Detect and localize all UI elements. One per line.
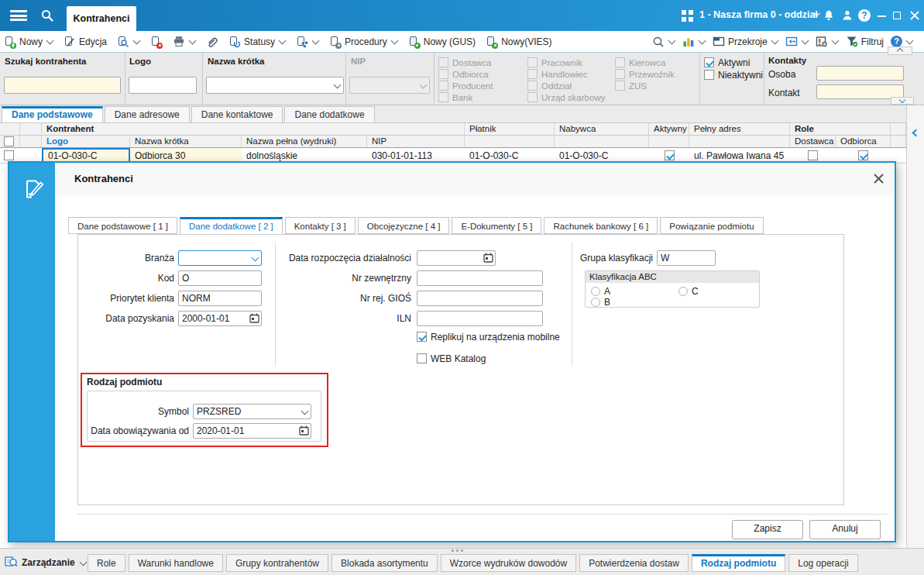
- col-header-nazwa-pelna[interactable]: Nazwa pełna (wydruki): [242, 136, 367, 148]
- chevron-down-icon[interactable]: [279, 37, 287, 45]
- chevron-down-icon[interactable]: [771, 37, 778, 45]
- col-header-nip[interactable]: NIP: [367, 136, 465, 148]
- radio-b[interactable]: B: [591, 297, 610, 307]
- cell-aktywny-checkbox[interactable]: [665, 150, 675, 160]
- edit-button[interactable]: Edycja: [64, 36, 107, 48]
- short-name-filter-select[interactable]: [206, 77, 344, 94]
- dialog-tab-powiazanie-podmiotu[interactable]: Powiązanie podmiotu: [660, 217, 763, 234]
- chevron-down-icon[interactable]: [831, 37, 839, 45]
- search-icon[interactable]: [40, 9, 54, 25]
- priorytet-input[interactable]: [178, 291, 262, 306]
- dialog-tab-obcojezyczne[interactable]: Obcojęzyczne [ 4 ]: [358, 217, 450, 234]
- tab-dane-dodatkowe[interactable]: Dane dodatkowe: [284, 106, 374, 122]
- bottom-tab-blokada-asortymentu[interactable]: Blokada asortymentu: [331, 554, 438, 572]
- col-header-odbiorca[interactable]: Odbiorca: [836, 136, 891, 148]
- nr-gios-input[interactable]: [417, 291, 543, 306]
- search-contractor-input[interactable]: [4, 77, 121, 94]
- collapse-panel-chevron-left-icon[interactable]: [912, 129, 920, 137]
- cancel-button[interactable]: Anuluj: [809, 520, 881, 539]
- kod-input[interactable]: [178, 270, 262, 286]
- dialog-tab-rachunek-bankowy[interactable]: Rachunek bankowy [ 6 ]: [544, 217, 658, 234]
- chevron-down-icon[interactable]: [133, 37, 141, 45]
- minimize-icon[interactable]: [878, 15, 886, 17]
- data-pozyskania-field[interactable]: [178, 311, 262, 326]
- preview-button[interactable]: [117, 36, 140, 48]
- col-header-nabywca[interactable]: Nabywca: [555, 123, 649, 136]
- data-obowiazywania-input[interactable]: [193, 423, 311, 439]
- management-menu[interactable]: Zarządzanie: [5, 555, 87, 570]
- nr-zewnetrzny-input[interactable]: [417, 270, 543, 286]
- new-vies-button[interactable]: Nowy(VIES): [486, 36, 551, 48]
- quick-search-button[interactable]: [652, 36, 675, 48]
- new-gus-button[interactable]: Nowy (GUS): [408, 36, 476, 48]
- bottom-tab-potwierdzenia-dostaw[interactable]: Potwierdzenia dostaw: [579, 554, 689, 572]
- attachment-button[interactable]: [206, 36, 218, 48]
- osoba-input[interactable]: [816, 66, 904, 81]
- aktywni-checkbox[interactable]: Aktywni: [704, 57, 750, 67]
- branza-select[interactable]: [178, 250, 262, 266]
- bottom-tab-role[interactable]: Role: [88, 554, 125, 572]
- col-header-aktywny[interactable]: Aktywny: [649, 123, 689, 136]
- help-icon[interactable]: ?: [858, 9, 871, 22]
- dialog-tab-e-dokumenty[interactable]: E-Dokumenty [ 5 ]: [452, 217, 541, 234]
- dialog-tab-kontakty[interactable]: Kontakty [ 3 ]: [285, 217, 356, 234]
- close-icon[interactable]: [910, 11, 919, 22]
- tab-dane-adresowe[interactable]: Dane adresowe: [105, 106, 190, 122]
- new-button[interactable]: Nowy: [4, 36, 53, 48]
- col-header-pelny-adres[interactable]: Pełny adres: [689, 123, 790, 136]
- print-button[interactable]: [173, 36, 196, 48]
- contact-status-button[interactable]: [296, 36, 319, 48]
- row-checkbox[interactable]: [4, 150, 14, 160]
- dialog-tab-dane-podstawowe[interactable]: Dane podstawowe [ 1 ]: [68, 217, 177, 234]
- expand-filter-button[interactable]: [891, 97, 914, 105]
- filter-button[interactable]: Filtruj: [846, 36, 884, 48]
- bottom-tab-log-operacji[interactable]: Log operacji: [788, 554, 857, 572]
- statuses-button[interactable]: Statusy: [228, 36, 286, 48]
- data-obowiazywania-field[interactable]: [193, 423, 311, 439]
- procedures-button[interactable]: Procedury: [329, 36, 398, 48]
- splitter-handle[interactable]: [452, 549, 463, 552]
- symbol-select[interactable]: PRZSRED: [193, 404, 311, 419]
- iln-input[interactable]: [417, 311, 543, 326]
- chevron-down-icon[interactable]: [668, 37, 676, 45]
- chevron-down-icon[interactable]: [906, 37, 914, 45]
- radio-c[interactable]: C: [678, 286, 699, 296]
- nieaktywni-checkbox[interactable]: Nieaktywni: [704, 70, 763, 80]
- save-button[interactable]: Zapisz: [732, 520, 803, 539]
- toolbar-help-button[interactable]: ?: [891, 36, 913, 47]
- sections-button[interactable]: Przekroje: [713, 36, 778, 48]
- cell-odbiorca-checkbox[interactable]: [858, 150, 868, 160]
- bottom-tab-wzorce-wydrukow[interactable]: Wzorce wydruków dowodów: [441, 554, 576, 572]
- delete-button[interactable]: [150, 36, 163, 48]
- col-header-dostawca[interactable]: Dostawca: [790, 136, 836, 148]
- dialog-tab-dane-dodatkowe[interactable]: Dane dodatkowe [ 2 ]: [180, 217, 283, 234]
- close-icon[interactable]: [873, 173, 884, 187]
- user-icon[interactable]: [841, 9, 854, 24]
- chevron-down-icon[interactable]: [189, 37, 197, 45]
- collapse-filter-button[interactable]: [888, 46, 912, 55]
- col-header-nazwa-krotka[interactable]: Nazwa krótka: [130, 136, 242, 148]
- logo-filter-input[interactable]: [129, 77, 197, 94]
- web-katalog-checkbox[interactable]: WEB Katalog: [417, 353, 486, 363]
- window-tab-kontrahenci[interactable]: Kontrahenci: [67, 6, 136, 31]
- dock-panel-button[interactable]: [785, 36, 809, 48]
- col-header-platnik[interactable]: Płatnik: [465, 123, 555, 136]
- grupa-klasyfikacji-input[interactable]: [657, 250, 716, 266]
- apps-grid-icon[interactable]: [682, 10, 693, 24]
- chevron-down-icon[interactable]: [699, 37, 706, 45]
- chevron-down-icon[interactable]: [390, 37, 398, 45]
- chevron-down-icon[interactable]: [801, 37, 809, 45]
- data-pozyskania-input[interactable]: [178, 311, 262, 326]
- replikuj-checkbox[interactable]: Replikuj na urządzenia mobilne: [417, 332, 560, 342]
- cell-dostawca-checkbox[interactable]: [808, 150, 818, 160]
- chart-button[interactable]: [682, 36, 706, 48]
- chevron-down-icon[interactable]: [46, 37, 54, 45]
- bottom-tab-warunki-handlowe[interactable]: Warunki handlowe: [129, 554, 223, 572]
- tab-dane-kontaktowe[interactable]: Dane kontaktowe: [191, 106, 283, 122]
- maximize-icon[interactable]: [893, 12, 901, 19]
- hamburger-menu-icon[interactable]: [10, 10, 27, 21]
- chevron-down-icon[interactable]: [312, 37, 320, 45]
- col-header-logo[interactable]: Logo: [42, 136, 130, 148]
- select-all-checkbox[interactable]: [4, 136, 14, 146]
- tab-dane-podstawowe[interactable]: Dane podstawowe: [2, 106, 103, 122]
